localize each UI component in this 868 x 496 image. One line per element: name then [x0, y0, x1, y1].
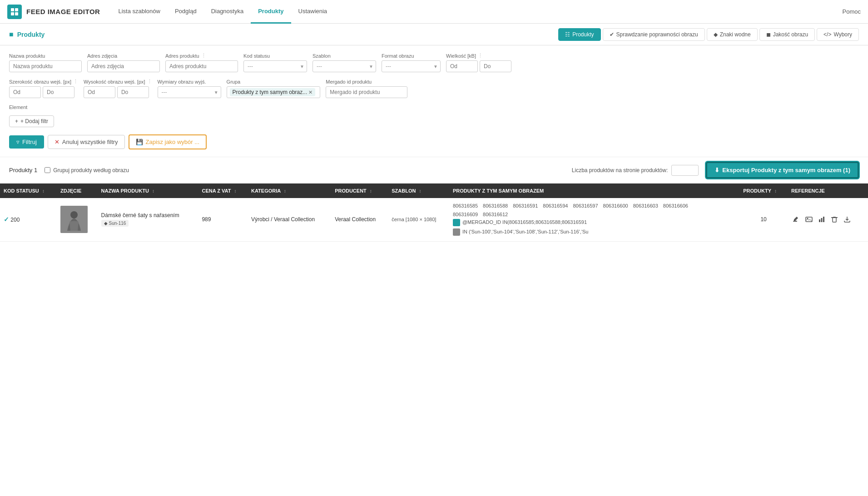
delete-icon[interactable] — [829, 214, 839, 224]
filter-kod-statusu-select[interactable]: --- — [243, 60, 307, 72]
nav-diagnostyka[interactable]: Diagnostyka — [204, 0, 251, 24]
wielkosc-options-icon[interactable]: ⋮ — [478, 53, 483, 59]
svg-rect-0 — [11, 8, 14, 11]
tab-sprawdzanie-label: Sprawdzanie poprawności obrazu — [616, 31, 698, 38]
wysokosc-options-icon[interactable]: ⋮ — [147, 79, 152, 84]
filter-szablon-field: Szablon --- ▼ — [312, 53, 376, 72]
filter-wysokosc-od-input[interactable] — [84, 86, 115, 98]
producer-cell: Veraal Collection — [331, 198, 388, 241]
nav-lista-szablonow[interactable]: Lista szablonów — [111, 0, 168, 24]
sort-icon-kategoria: ↕ — [284, 188, 286, 193]
mergado-row-1: @MERGADO_ID IN(806316585;806316588;80631… — [453, 218, 736, 227]
filter-wysokosc-do-input[interactable] — [117, 86, 149, 98]
category-cell: Výrobci / Veraal Collection — [248, 198, 331, 241]
filter-wymiary-select[interactable]: --- — [158, 86, 221, 98]
filter-szablon-select[interactable]: --- — [312, 60, 376, 72]
action-row: ▿ Filtruj ✕ Anuluj wszystkie filtry 💾 Za… — [9, 134, 859, 149]
col-producent[interactable]: PRODUCENT ↕ — [331, 184, 388, 198]
status-cell: ✓ 200 — [0, 198, 57, 241]
filter-kod-statusu-wrap: --- ▼ — [243, 60, 307, 72]
image-edit-icon[interactable] — [804, 214, 814, 224]
sort-icon-szablon: ↕ — [419, 188, 421, 193]
filtruj-label: Filtruj — [22, 139, 37, 145]
export-button[interactable]: ⬇ Eksportuj Produkty z tym samym obrazem… — [706, 162, 859, 179]
tag-icon: ◆ — [104, 221, 108, 226]
filter-wymiary-field: Wymiary obrazu wyjś. --- ▼ — [158, 79, 221, 98]
tab-produkty[interactable]: ☷ Produkty — [558, 28, 600, 41]
sort-icon-cena: ↕ — [234, 188, 236, 193]
svg-rect-6 — [793, 221, 797, 222]
element-label: Element — [9, 104, 859, 110]
col-status[interactable]: KOD STATUSU ↕ — [0, 184, 57, 198]
id-9: 806316609 — [453, 212, 478, 217]
filter-adres-zdjecia-input[interactable] — [87, 60, 160, 72]
nav-right: Pomoc — [843, 8, 861, 15]
filter-adres-produktu-input[interactable] — [165, 60, 238, 72]
filter-nazwa-label: Nazwa produktu — [9, 53, 82, 59]
filter-mergado-field: Mergado id produktu — [326, 79, 407, 98]
help-link[interactable]: Pomoc — [843, 8, 861, 15]
group-checkbox[interactable] — [45, 167, 50, 173]
adres-produktu-options-icon[interactable]: ⋮ — [201, 53, 206, 59]
producer-value: Veraal Collection — [335, 216, 376, 223]
check-circle-icon: ✔ — [610, 31, 614, 38]
mergado-row-2: IN ('Sun-100','Sun-104','Sun-108','Sun-1… — [453, 228, 736, 236]
sort-icon-produkty: ↕ — [774, 188, 777, 193]
mergado-id-1: @MERGADO_ID IN(806316585;806316588;80631… — [462, 218, 587, 227]
svg-rect-2 — [11, 12, 14, 15]
tab-jakosc[interactable]: ◼ Jakość obrazu — [759, 28, 815, 41]
filter-szerokosc-od-input[interactable] — [9, 86, 41, 98]
filtruj-button[interactable]: ▿ Filtruj — [9, 135, 44, 149]
cancel-icon: ✕ — [55, 139, 60, 145]
nav-produkty[interactable]: Produkty — [251, 0, 291, 24]
name-cell: Dámské černé šaty s nařasením ◆ Sun-116 — [98, 198, 198, 241]
nav-podglad[interactable]: Podgląd — [168, 0, 204, 24]
nav-ustawienia[interactable]: Ustawienia — [291, 0, 335, 24]
filter-format-select[interactable]: --- — [382, 60, 441, 72]
tab-wybory[interactable]: </> Wybory — [817, 28, 859, 41]
filter-wielkosc-od-input[interactable] — [446, 60, 478, 72]
col-produkty[interactable]: PRODUKTY ↕ — [739, 184, 788, 198]
secondary-nav: ■ Produkty ☷ Produkty ✔ Sprawdzanie popr… — [0, 24, 868, 45]
filter-wielkosc-do-input[interactable] — [480, 60, 511, 72]
anuluj-button[interactable]: ✕ Anuluj wszystkie filtry — [48, 135, 125, 149]
szerokosc-options-icon[interactable]: ⋮ — [73, 79, 78, 84]
status-check-icon: ✓ — [4, 216, 9, 223]
svg-point-5 — [70, 211, 78, 218]
filter-mergado-input[interactable] — [326, 86, 407, 98]
filter-grupa-tag-input[interactable]: Produkty z tym samym obraz... ✕ — [227, 86, 321, 98]
col-referencje: REFERENCJE — [788, 184, 868, 198]
edit-icon[interactable] — [791, 214, 801, 224]
action-icons — [791, 214, 864, 224]
download-icon: ⬇ — [714, 167, 719, 174]
zapisz-button[interactable]: 💾 Zapisz jako wybór ... — [129, 134, 207, 149]
element-row: Element — [9, 104, 859, 110]
col-kategoria[interactable]: KATEGORIA ↕ — [248, 184, 331, 198]
section-title-text: Produkty — [17, 31, 45, 38]
tab-znaki[interactable]: ◆ Znaki wodne — [707, 28, 758, 41]
id-10: 806316612 — [483, 212, 508, 217]
price-cell: 989 — [198, 198, 248, 241]
tag-remove-icon[interactable]: ✕ — [308, 89, 312, 95]
filter-icon: ▿ — [16, 139, 20, 145]
filter-szerokosc-do-input[interactable] — [43, 86, 74, 98]
mergado-icon-gray — [453, 228, 460, 236]
id-3: 806316591 — [513, 203, 538, 208]
filter-nazwa-input[interactable] — [9, 60, 82, 72]
filter-mergado-label: Mergado id produktu — [326, 79, 407, 84]
filter-szerokosc-range — [9, 86, 78, 98]
add-filter-button[interactable]: + + Dodaj filtr — [9, 115, 54, 127]
produkty-icon: ■ — [9, 30, 14, 39]
table-body: ✓ 200 — [0, 198, 868, 241]
chart-icon[interactable] — [817, 214, 827, 224]
col-cena[interactable]: CENA Z VAT ↕ — [198, 184, 248, 198]
status-code: 200 — [10, 217, 20, 223]
col-szablon[interactable]: SZABLON ↕ — [388, 184, 449, 198]
tab-sprawdzanie[interactable]: ✔ Sprawdzanie poprawności obrazu — [603, 28, 705, 41]
svg-rect-10 — [821, 218, 822, 222]
per-page-input[interactable]: 10 — [671, 165, 699, 176]
products-table: KOD STATUSU ↕ ZDJĘCIE NAZWA PRODUKTU ↕ C… — [0, 184, 868, 242]
mergado-cell: @MERGADO_ID IN(806316585;806316588;80631… — [453, 218, 736, 236]
download-action-icon[interactable] — [842, 214, 852, 224]
col-nazwa[interactable]: NAZWA PRODUKTU ↕ — [98, 184, 198, 198]
